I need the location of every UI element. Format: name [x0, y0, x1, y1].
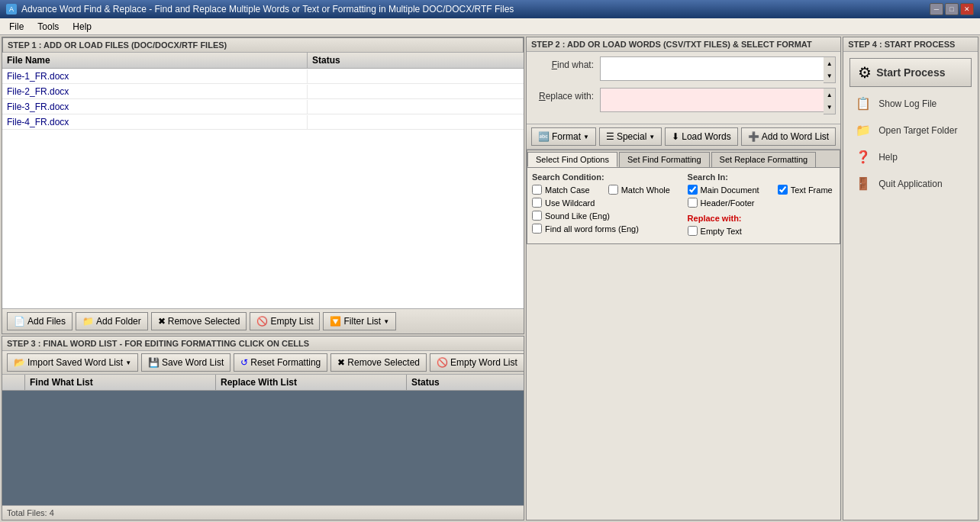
- reset-formatting-button[interactable]: ↺ Reset Formatting: [234, 353, 327, 372]
- find-replace-section: Find what: ▲ ▼ Replace with:: [527, 52, 840, 124]
- help-item[interactable]: ❓ Help: [849, 147, 972, 167]
- load-words-button[interactable]: ⬇ Load Words: [665, 127, 737, 146]
- replace-scroll-down[interactable]: ▼: [824, 102, 835, 114]
- file-name-cell: File-4_FR.docx: [2, 115, 308, 129]
- replace-input[interactable]: [600, 88, 836, 112]
- add-files-button[interactable]: 📄 Add Files: [7, 312, 73, 330]
- main-document-label: Main Document: [701, 185, 759, 195]
- step1-panel: STEP 1 : ADD OR LOAD FILES (DOC/DOCX/RTF…: [2, 37, 524, 334]
- find-scroll-up[interactable]: ▲: [824, 57, 835, 70]
- replace-scroll-up[interactable]: ▲: [824, 89, 835, 102]
- sound-like-checkbox[interactable]: [532, 211, 542, 221]
- sound-like-label: Sound Like (Eng): [545, 211, 610, 221]
- maximize-button[interactable]: □: [945, 3, 959, 15]
- match-case-row: Match Case Match Whole: [532, 185, 680, 195]
- reset-icon: ↺: [240, 357, 248, 368]
- replace-label: Replace with:: [531, 88, 600, 102]
- main-document-checkbox[interactable]: [688, 185, 698, 195]
- step3-toolbar: 📂 Import Saved Word List 💾 Save Word Lis…: [2, 351, 524, 375]
- empty-text-label: Empty Text: [701, 227, 742, 236]
- header-footer-row: Header/Footer: [688, 198, 836, 208]
- open-target-folder-item[interactable]: 📁 Open Target Folder: [849, 120, 972, 140]
- match-case-label: Match Case: [545, 185, 590, 195]
- add-to-word-list-button[interactable]: ➕ Add to Word List: [741, 127, 837, 146]
- table-row[interactable]: File-3_FR.docx: [2, 99, 524, 114]
- format-button[interactable]: 🔤 Format: [531, 127, 596, 146]
- header-footer-checkbox[interactable]: [688, 198, 698, 208]
- file-status-cell: [308, 75, 524, 78]
- find-scrollbar[interactable]: ▲ ▼: [824, 56, 836, 83]
- right-panel: STEP 2 : ADD OR LOAD WORDS (CSV/TXT FILE…: [526, 37, 841, 520]
- find-label: Find what:: [531, 56, 600, 70]
- log-file-icon: 📋: [854, 96, 872, 111]
- options-body: Search Condition: Match Case Match Whole…: [527, 168, 840, 243]
- file-status-cell: [308, 121, 524, 124]
- target-folder-icon: 📁: [854, 123, 872, 137]
- step2-panel: STEP 2 : ADD OR LOAD WORDS (CSV/TXT FILE…: [526, 37, 841, 520]
- quit-application-label: Quit Application: [878, 179, 942, 189]
- word-list-body[interactable]: [2, 391, 524, 505]
- file-list[interactable]: File-1_FR.docx File-2_FR.docx File-3_FR.…: [2, 69, 524, 308]
- sound-like-row: Sound Like (Eng): [532, 211, 680, 221]
- empty-text-checkbox[interactable]: [688, 226, 698, 236]
- replace-with-section: Replace with: Empty Text: [688, 214, 836, 236]
- minimize-button[interactable]: ─: [930, 3, 943, 15]
- quit-application-item[interactable]: 🚪 Quit Application: [849, 173, 972, 194]
- help-icon: ❓: [854, 150, 872, 164]
- empty-list-icon: 🚫: [256, 316, 268, 327]
- step2-header: STEP 2 : ADD OR LOAD WORDS (CSV/TXT FILE…: [527, 37, 840, 52]
- text-frame-checkbox[interactable]: [778, 185, 788, 195]
- col-check-header: [2, 375, 25, 390]
- remove-selected-button[interactable]: ✖ Remove Selected: [151, 312, 247, 330]
- filter-list-button[interactable]: 🔽 Filter List: [323, 312, 396, 330]
- special-button[interactable]: ☰ Special: [599, 127, 662, 146]
- match-case-checkbox[interactable]: [532, 185, 542, 195]
- step4-body: ⚙ Start Process 📋 Show Log File 📁 Open T…: [843, 52, 978, 200]
- empty-word-list-button[interactable]: 🚫 Empty Word List: [430, 353, 524, 372]
- empty-list-button[interactable]: 🚫 Empty List: [250, 312, 320, 330]
- tab-set-find-formatting[interactable]: Set Find Formatting: [619, 152, 710, 167]
- use-wildcard-label: Use Wildcard: [545, 198, 595, 208]
- find-all-forms-checkbox[interactable]: [532, 224, 542, 234]
- find-input[interactable]: [600, 56, 836, 81]
- empty-text-row: Empty Text: [688, 226, 836, 236]
- table-row[interactable]: File-1_FR.docx: [2, 69, 524, 84]
- save-icon: 💾: [148, 357, 160, 368]
- find-scroll-down[interactable]: ▼: [824, 70, 835, 83]
- import-saved-word-list-button[interactable]: 📂 Import Saved Word List: [7, 353, 138, 372]
- filter-list-icon: 🔽: [330, 316, 341, 327]
- find-row: Find what: ▲ ▼: [531, 56, 836, 83]
- show-log-file-item[interactable]: 📋 Show Log File: [849, 93, 972, 114]
- match-whole-label: Match Whole: [621, 185, 670, 195]
- special-icon: ☰: [606, 131, 614, 142]
- table-row[interactable]: File-4_FR.docx: [2, 114, 524, 130]
- add-folder-icon: 📁: [82, 316, 94, 327]
- menu-help[interactable]: Help: [66, 19, 98, 34]
- left-panel: STEP 1 : ADD OR LOAD FILES (DOC/DOCX/RTF…: [2, 37, 524, 520]
- tab-select-find-options[interactable]: Select Find Options: [527, 152, 617, 167]
- table-row[interactable]: File-2_FR.docx: [2, 84, 524, 99]
- tab-set-replace-formatting[interactable]: Set Replace Formatting: [711, 152, 817, 167]
- use-wildcard-row: Use Wildcard: [532, 198, 680, 208]
- step3-header: STEP 3 : FINAL WORD LIST - FOR EDITING F…: [2, 337, 524, 351]
- col-find-header: Find What List: [25, 375, 216, 390]
- step1-header: STEP 1 : ADD OR LOAD FILES (DOC/DOCX/RTF…: [2, 37, 524, 53]
- save-word-list-button[interactable]: 💾 Save Word List: [141, 353, 230, 372]
- start-process-button[interactable]: ⚙ Start Process: [849, 58, 972, 87]
- close-button[interactable]: ✕: [960, 3, 974, 15]
- import-icon: 📂: [14, 357, 25, 368]
- match-whole-checkbox[interactable]: [608, 185, 618, 195]
- header-footer-label: Header/Footer: [701, 198, 755, 208]
- remove-selected-wordlist-button[interactable]: ✖ Remove Selected: [330, 353, 427, 372]
- search-in-title: Search In:: [688, 172, 836, 182]
- menu-file[interactable]: File: [3, 19, 30, 34]
- add-folder-button[interactable]: 📁 Add Folder: [76, 312, 148, 330]
- menu-tools[interactable]: Tools: [31, 19, 65, 34]
- titlebar: A Advance Word Find & Replace - Find and…: [0, 0, 980, 18]
- open-target-folder-label: Open Target Folder: [878, 125, 957, 136]
- search-condition-title: Search Condition:: [532, 172, 680, 182]
- word-list-table-header: Find What List Replace With List Status: [2, 375, 524, 391]
- replace-scrollbar[interactable]: ▲ ▼: [824, 88, 836, 114]
- file-status-cell: [308, 105, 524, 108]
- use-wildcard-checkbox[interactable]: [532, 198, 542, 208]
